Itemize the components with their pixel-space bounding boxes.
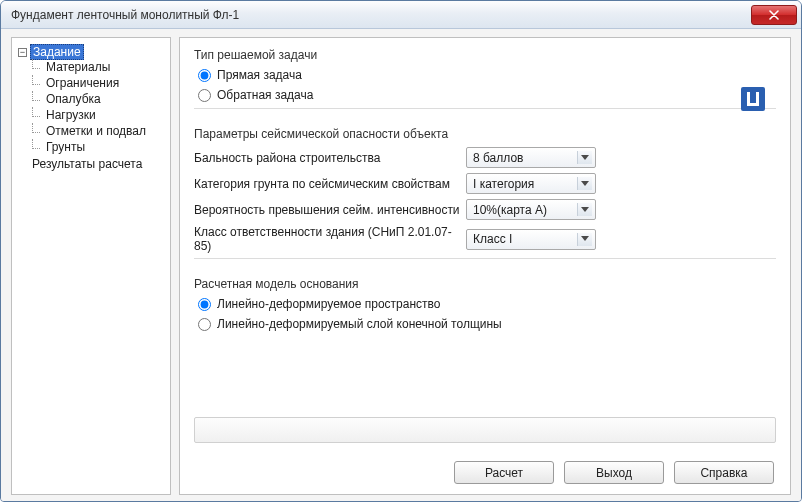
select-category[interactable]: I категория bbox=[466, 173, 596, 194]
radio-inverse[interactable]: Обратная задача bbox=[198, 88, 776, 102]
svg-rect-0 bbox=[741, 87, 765, 111]
legend-task-type: Тип решаемой задачи bbox=[194, 48, 776, 62]
radio-model-layer[interactable]: Линейно-деформируемый слой конечной толщ… bbox=[198, 317, 776, 331]
label-class: Класс ответственности здания (СНиП 2.01.… bbox=[194, 225, 466, 253]
dialog-body: −Задание Материалы Ограничения Опалубка … bbox=[1, 29, 801, 501]
tree-node[interactable]: Материалы bbox=[32, 59, 166, 75]
tree-root-item[interactable]: −Задание Материалы Ограничения Опалубка … bbox=[18, 44, 166, 156]
chevron-down-icon bbox=[577, 203, 592, 216]
close-button[interactable] bbox=[751, 5, 797, 25]
radio-model-layer-input[interactable] bbox=[198, 318, 211, 331]
row-class: Класс ответственности здания (СНиП 2.01.… bbox=[194, 225, 776, 253]
dialog-window: Фундамент ленточный монолитный Фл-1 −Зад… bbox=[0, 0, 802, 502]
divider bbox=[194, 108, 776, 109]
tree-node-results[interactable]: Результаты расчета bbox=[18, 156, 166, 172]
content-row: −Задание Материалы Ограничения Опалубка … bbox=[11, 37, 791, 495]
exit-button[interactable]: Выход bbox=[564, 461, 664, 484]
select-probability-value: 10%(карта А) bbox=[473, 203, 547, 217]
select-category-value: I категория bbox=[473, 177, 534, 191]
radio-direct-label: Прямая задача bbox=[217, 68, 302, 82]
radio-model-space-input[interactable] bbox=[198, 298, 211, 311]
chevron-down-icon bbox=[577, 151, 592, 164]
select-probability[interactable]: 10%(карта А) bbox=[466, 199, 596, 220]
tree-node[interactable]: Нагрузки bbox=[32, 107, 166, 123]
radio-inverse-input[interactable] bbox=[198, 89, 211, 102]
tree-node[interactable]: Ограничения bbox=[32, 75, 166, 91]
row-ballnost: Бальность района строительства 8 баллов bbox=[194, 147, 776, 168]
radio-model-layer-label: Линейно-деформируемый слой конечной толщ… bbox=[217, 317, 502, 331]
group-model: Расчетная модель основания Линейно-дефор… bbox=[194, 277, 776, 337]
group-task-type: Тип решаемой задачи Прямая задача Обратн… bbox=[194, 48, 776, 117]
close-icon bbox=[769, 10, 779, 20]
select-class[interactable]: Класс I bbox=[466, 229, 596, 250]
button-row: Расчет Выход Справка bbox=[194, 453, 776, 484]
legend-model: Расчетная модель основания bbox=[194, 277, 776, 291]
radio-direct-input[interactable] bbox=[198, 69, 211, 82]
radio-inverse-label: Обратная задача bbox=[217, 88, 313, 102]
form-panel: Тип решаемой задачи Прямая задача Обратн… bbox=[179, 37, 791, 495]
svg-rect-3 bbox=[747, 103, 759, 106]
nav-tree: −Задание Материалы Ограничения Опалубка … bbox=[11, 37, 171, 495]
row-probability: Вероятность превышения сейм. интенсивнос… bbox=[194, 199, 776, 220]
chevron-down-icon bbox=[577, 177, 592, 190]
label-category: Категория грунта по сейсмическим свойств… bbox=[194, 177, 466, 191]
tree-node-zadanie[interactable]: Задание bbox=[30, 44, 84, 60]
select-ballnost[interactable]: 8 баллов bbox=[466, 147, 596, 168]
window-title: Фундамент ленточный монолитный Фл-1 bbox=[11, 8, 751, 22]
group-seismic: Параметры сейсмической опасности объекта… bbox=[194, 127, 776, 267]
radio-direct[interactable]: Прямая задача bbox=[198, 68, 776, 82]
tree-node[interactable]: Грунты bbox=[32, 139, 166, 155]
status-strip bbox=[194, 417, 776, 443]
tree-node[interactable]: Отметки и подвал bbox=[32, 123, 166, 139]
tree-collapse-icon[interactable]: − bbox=[18, 48, 27, 57]
chevron-down-icon bbox=[577, 233, 592, 246]
legend-seismic: Параметры сейсмической опасности объекта bbox=[194, 127, 776, 141]
help-button[interactable]: Справка bbox=[674, 461, 774, 484]
radio-model-space-label: Линейно-деформируемое пространство bbox=[217, 297, 440, 311]
calc-button[interactable]: Расчет bbox=[454, 461, 554, 484]
radio-model-space[interactable]: Линейно-деформируемое пространство bbox=[198, 297, 776, 311]
titlebar: Фундамент ленточный монолитный Фл-1 bbox=[1, 1, 801, 29]
tree-node[interactable]: Опалубка bbox=[32, 91, 166, 107]
app-logo-icon bbox=[740, 86, 766, 112]
label-probability: Вероятность превышения сейм. интенсивнос… bbox=[194, 203, 466, 217]
select-ballnost-value: 8 баллов bbox=[473, 151, 523, 165]
row-category: Категория грунта по сейсмическим свойств… bbox=[194, 173, 776, 194]
select-class-value: Класс I bbox=[473, 232, 512, 246]
label-ballnost: Бальность района строительства bbox=[194, 151, 466, 165]
divider bbox=[194, 258, 776, 259]
